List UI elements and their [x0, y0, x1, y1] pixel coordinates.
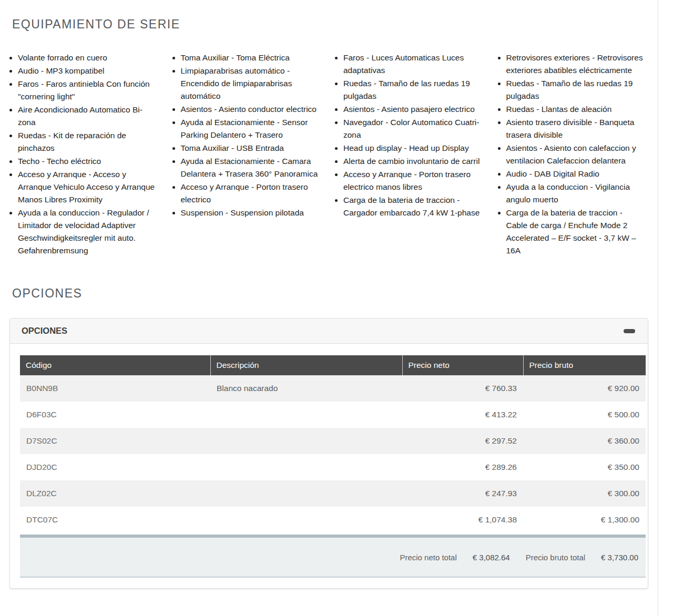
- equipment-item: Suspension - Suspension pilotada: [181, 207, 320, 219]
- gross-total-label: Precio bruto total: [526, 553, 585, 562]
- cell-precio-bruto: € 1,300.00: [523, 507, 646, 533]
- equipment-item: Ruedas - Llantas de aleación: [506, 103, 645, 116]
- equipment-column-4: Retrovisores exteriores - Retrovisores e…: [496, 52, 645, 258]
- minus-icon: [624, 329, 635, 333]
- net-total-label: Precio neto total: [400, 553, 456, 562]
- cell-description: [210, 428, 402, 454]
- panel-title: OPCIONES: [22, 326, 67, 336]
- cell-precio-neto: € 289.26: [402, 454, 523, 480]
- equipment-list: Volante forrado en cuero Audio - MP3 kom…: [7, 52, 645, 258]
- net-total-value: € 3,082.64: [473, 553, 510, 562]
- opciones-panel-header[interactable]: OPCIONES: [10, 319, 648, 344]
- equipment-item: Retrovisores exteriores - Retrovisores e…: [506, 52, 645, 77]
- equipment-item: Asientos - Asiento pasajero electrico: [343, 103, 482, 116]
- equipment-item: Faros - Faros antiniebla Con función "co…: [18, 78, 157, 103]
- table-row: B0NN9B Blanco nacarado € 760.33 € 920.00: [20, 375, 646, 402]
- cell-precio-bruto: € 920.00: [523, 375, 646, 402]
- equipment-item: Ruedas - Tamaño de las ruedas 19 pulgada…: [506, 77, 645, 102]
- equipment-item: Acceso y Arranque - Porton trasero elect…: [343, 168, 482, 193]
- cell-code: DJD20C: [20, 454, 210, 480]
- column-header-precio-bruto: Precio bruto: [523, 355, 646, 375]
- page-container: EQUIPAMIENTO DE SERIE Volante forrado en…: [0, 0, 658, 616]
- column-header-precio-neto: Precio neto: [402, 355, 523, 375]
- cell-precio-neto: € 760.33: [402, 375, 523, 402]
- cell-precio-bruto: € 350.00: [523, 454, 646, 480]
- cell-code: D7S02C: [20, 428, 210, 454]
- cell-code: D6F03C: [20, 402, 210, 428]
- cell-description: [210, 402, 402, 428]
- column-header-codigo: Código: [20, 355, 210, 375]
- equipment-item: Aire Acondicionado Automatico Bi-zona: [18, 104, 157, 129]
- cell-description: [210, 454, 402, 480]
- equipment-item: Carga de la bateria de traccion - Cargad…: [343, 194, 482, 219]
- cell-precio-bruto: € 360.00: [523, 428, 646, 454]
- equipment-item: Asientos - Asiento con calefaccion y ven…: [506, 142, 645, 167]
- opciones-panel: OPCIONES Código Descripción Precio neto …: [9, 318, 648, 589]
- collapse-button[interactable]: [624, 327, 635, 335]
- equipment-item: Carga de la bateria de traccion - Cable …: [506, 207, 645, 257]
- cell-precio-neto: € 1,074.38: [402, 507, 523, 533]
- equipment-item: Ruedas - Tamaño de las ruedas 19 pulgada…: [343, 77, 482, 102]
- equipment-item: Ayuda a la conduccion - Regulador / Limi…: [18, 207, 157, 257]
- column-header-descripcion: Descripción: [210, 355, 402, 375]
- table-row: DJD20C € 289.26 € 350.00: [20, 454, 646, 480]
- cell-precio-bruto: € 500.00: [523, 402, 646, 428]
- cell-code: DLZ02C: [20, 480, 210, 507]
- opciones-panel-body: Código Descripción Precio neto Precio br…: [10, 344, 648, 588]
- equipment-item: Acceso y Arranque - Porton trasero elect…: [181, 181, 320, 206]
- equipment-item: Ayuda a la conduccion - Vigilancia angul…: [506, 181, 645, 206]
- equipment-item: Audio - MP3 kompatibel: [18, 65, 157, 77]
- equipment-item: Audio - DAB Digital Radio: [506, 168, 645, 180]
- section-title-opciones: OPCIONES: [12, 258, 658, 301]
- equipment-item: Toma Auxiliar - Toma Eléctrica: [181, 52, 320, 64]
- cell-description: [210, 507, 402, 533]
- equipment-item: Toma Auxiliar - USB Entrada: [181, 142, 320, 155]
- equipment-column-1: Volante forrado en cuero Audio - MP3 kom…: [7, 52, 157, 258]
- equipment-item: Alerta de cambio involuntario de carril: [343, 155, 482, 168]
- cell-precio-bruto: € 300.00: [523, 480, 646, 507]
- equipment-item: Ayuda al Estacionamiente - Sensor Parkin…: [181, 116, 320, 141]
- cell-description: [210, 480, 402, 507]
- equipment-column-3: Faros - Luces Automaticas Luces adaptati…: [333, 52, 482, 258]
- equipment-column-2: Toma Auxiliar - Toma Eléctrica Limpiapar…: [170, 52, 320, 258]
- equipment-item: Techo - Techo eléctrico: [18, 155, 157, 168]
- cell-precio-neto: € 413.22: [402, 402, 523, 428]
- equipment-item: Ruedas - Kit de reparación de pinchazos: [18, 129, 157, 155]
- equipment-item: Head up display - Head up Display: [343, 142, 482, 155]
- equipment-item: Ayuda al Estacionamiente - Camara Delant…: [181, 155, 320, 180]
- equipment-item: Asientos - Asiento conductor electrico: [181, 103, 320, 116]
- cell-precio-neto: € 297.52: [402, 428, 523, 454]
- section-title-equipamiento: EQUIPAMIENTO DE SERIE: [12, 0, 658, 32]
- cell-precio-neto: € 247.93: [402, 480, 523, 507]
- equipment-item: Limpiaparabrisas automático - Encendido …: [181, 65, 320, 102]
- table-row: D6F03C € 413.22 € 500.00: [20, 402, 646, 428]
- equipment-item: Asiento trasero divisible - Banqueta tra…: [506, 116, 645, 141]
- gross-total-value: € 3,730.00: [601, 553, 638, 562]
- equipment-item: Faros - Luces Automaticas Luces adaptati…: [343, 52, 482, 77]
- table-row: DLZ02C € 247.93 € 300.00: [20, 480, 646, 507]
- equipment-item: Navegador - Color Automatico Cuatri-zona: [343, 116, 482, 141]
- cell-description: Blanco nacarado: [210, 375, 402, 402]
- cell-code: DTC07C: [20, 507, 210, 533]
- table-row: DTC07C € 1,074.38 € 1,300.00: [20, 507, 646, 533]
- table-header-row: Código Descripción Precio neto Precio br…: [20, 355, 646, 375]
- equipment-item: Acceso y Arranque - Acceso y Arranque Ve…: [18, 168, 157, 206]
- table-row: D7S02C € 297.52 € 360.00: [20, 428, 646, 454]
- totals-footer: Precio neto total € 3,082.64 Precio brut…: [20, 535, 646, 578]
- equipment-item: Volante forrado en cuero: [18, 52, 157, 64]
- options-table: Código Descripción Precio neto Precio br…: [20, 355, 646, 533]
- cell-code: B0NN9B: [20, 375, 210, 402]
